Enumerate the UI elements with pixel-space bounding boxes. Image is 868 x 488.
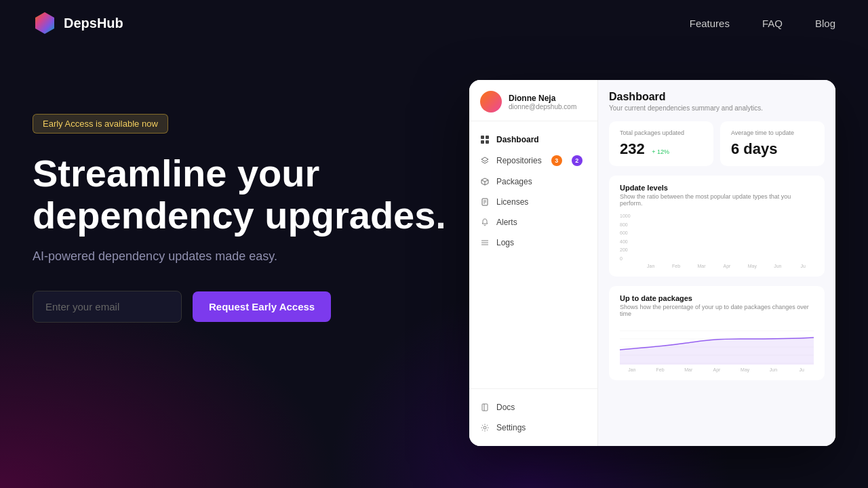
stat-time-value: 6 days xyxy=(731,140,814,158)
user-name: Dionne Neja xyxy=(509,94,576,103)
bell-icon xyxy=(480,218,490,227)
bar-x-labels: Jan Feb Mar Apr May Jun Ju xyxy=(620,264,814,268)
line-chart-svg xyxy=(620,324,814,365)
svg-rect-5 xyxy=(486,140,489,144)
db-nav-licenses-label: Licenses xyxy=(496,197,528,207)
list-icon xyxy=(480,238,490,247)
dashboard-mockup: Dionne Neja dionne@depshub.com Dashboard xyxy=(469,80,835,446)
grid-icon xyxy=(480,135,490,144)
db-nav-licenses[interactable]: Licenses xyxy=(469,192,597,212)
settings-icon xyxy=(480,423,490,432)
box-icon xyxy=(480,177,490,186)
hero-content: Early Access is available now Streamline… xyxy=(33,87,469,323)
db-main: Dashboard Your current dependencies summ… xyxy=(598,80,835,446)
nav-features[interactable]: Features xyxy=(690,18,730,29)
early-access-badge: Early Access is available now xyxy=(33,114,168,134)
update-levels-chart: Update levels Show the ratio between the… xyxy=(609,176,825,277)
svg-line-7 xyxy=(481,180,485,182)
svg-point-18 xyxy=(484,426,486,429)
db-sidebar: Dionne Neja dionne@depshub.com Dashboard xyxy=(469,80,598,446)
request-early-access-button[interactable]: Request Early Access xyxy=(193,291,331,322)
db-nav-settings-label: Settings xyxy=(496,423,526,432)
y-axis-labels: 1000 800 600 400 200 0 xyxy=(620,214,631,261)
repo-badge-2: 2 xyxy=(572,155,583,166)
cta-row: Request Early Access xyxy=(33,291,469,323)
db-stats: Total packages updated 232 + 12% Average… xyxy=(609,121,825,166)
svg-rect-2 xyxy=(481,136,484,139)
stat-packages-change: + 12% xyxy=(652,148,669,155)
logo-text: DepsHub xyxy=(64,16,123,31)
email-input[interactable] xyxy=(33,291,182,323)
update-levels-subtitle: Show the ratio between the most popular … xyxy=(620,193,814,207)
hero-subtitle: AI-powered dependency updates made easy. xyxy=(33,249,469,264)
update-levels-title: Update levels xyxy=(620,184,814,192)
up-to-date-chart: Up to date packages Shows how the percen… xyxy=(609,286,825,380)
db-nav-settings[interactable]: Settings xyxy=(469,418,597,438)
hero-title: Streamline your dependency upgrades. xyxy=(33,152,469,236)
db-nav-alerts[interactable]: Alerts xyxy=(469,212,597,232)
stat-packages-value: 232 xyxy=(620,140,645,157)
up-to-date-title: Up to date packages xyxy=(620,294,814,302)
layers-icon xyxy=(480,156,490,165)
db-nav-packages[interactable]: Packages xyxy=(469,171,597,192)
nav-blog[interactable]: Blog xyxy=(815,18,835,29)
line-chart-area xyxy=(620,324,814,365)
stat-packages-label: Total packages updated xyxy=(620,129,703,136)
book-icon xyxy=(480,403,490,412)
db-dashboard-title: Dashboard xyxy=(609,91,825,103)
db-sidebar-bottom: Docs Settings xyxy=(469,388,597,446)
stat-time-label: Average time to update xyxy=(731,129,814,136)
svg-rect-4 xyxy=(481,140,484,144)
db-user-section: Dionne Neja dionne@depshub.com xyxy=(469,80,597,121)
db-nav-logs[interactable]: Logs xyxy=(469,232,597,253)
up-to-date-subtitle: Shows how the percentage of your up to d… xyxy=(620,304,814,317)
svg-line-8 xyxy=(485,180,488,182)
logo-icon xyxy=(33,11,57,35)
db-nav-docs[interactable]: Docs xyxy=(469,397,597,418)
stat-card-time: Average time to update 6 days xyxy=(720,121,825,166)
file-text-icon xyxy=(480,197,490,207)
nav-faq[interactable]: FAQ xyxy=(762,18,783,29)
svg-rect-16 xyxy=(482,404,488,411)
db-dashboard-subtitle: Your current dependencies summary and an… xyxy=(609,104,825,112)
db-nav-dashboard-label: Dashboard xyxy=(496,135,539,144)
svg-rect-3 xyxy=(486,136,489,139)
stat-card-packages: Total packages updated 232 + 12% xyxy=(609,121,713,166)
line-x-labels: Jan Feb Mar Apr May Jun Ju xyxy=(620,367,814,372)
db-nav-logs-label: Logs xyxy=(496,238,514,247)
db-nav-alerts-label: Alerts xyxy=(496,218,517,227)
db-nav-repositories-label: Repositories xyxy=(496,156,542,165)
svg-marker-1 xyxy=(35,12,54,34)
db-nav-dashboard[interactable]: Dashboard xyxy=(469,129,597,150)
logo[interactable]: DepsHub xyxy=(33,11,123,35)
hero-section: Early Access is available now Streamline… xyxy=(0,46,868,453)
db-dashboard-header: Dashboard Your current dependencies summ… xyxy=(609,91,825,112)
avatar xyxy=(480,91,502,113)
nav-links: Features FAQ Blog xyxy=(690,18,835,29)
db-nav: Dashboard Repositories 3 2 Packages xyxy=(469,121,597,388)
repo-badge-1: 3 xyxy=(551,155,562,166)
navbar: DepsHub Features FAQ Blog xyxy=(0,0,868,46)
bar-chart: 1000 800 600 400 200 0 xyxy=(620,214,814,261)
db-nav-packages-label: Packages xyxy=(496,177,532,186)
user-email: dionne@depshub.com xyxy=(509,103,576,110)
db-nav-repositories[interactable]: Repositories 3 2 xyxy=(469,150,597,171)
db-nav-docs-label: Docs xyxy=(496,403,515,412)
